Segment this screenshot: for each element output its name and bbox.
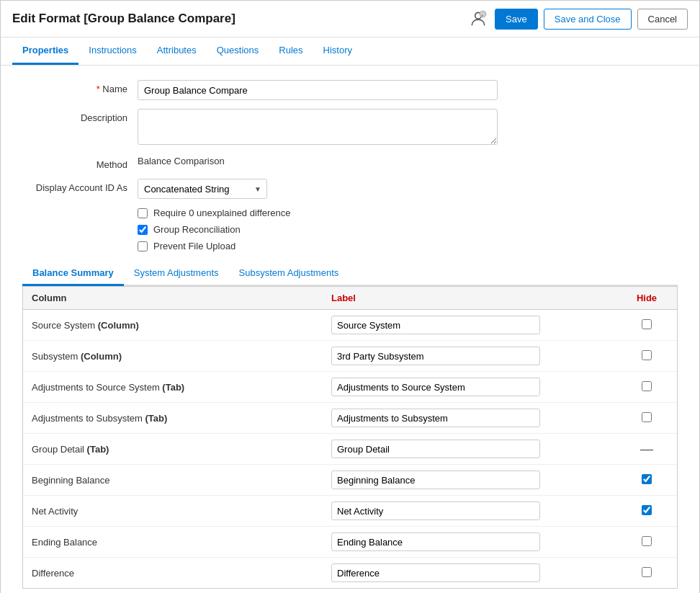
sub-tab-subsystem-adjustments[interactable]: Subsystem Adjustments: [229, 262, 349, 286]
row-label-field: [326, 501, 625, 520]
row-column-text: Subsystem (Column): [32, 351, 326, 362]
preventfile-checkbox[interactable]: [138, 241, 148, 251]
user-icon: +: [467, 8, 489, 30]
display-account-label: Display Account ID As: [22, 179, 138, 193]
hide-checkbox[interactable]: [642, 536, 652, 546]
row-label-field: [326, 471, 625, 489]
name-label: Name: [22, 80, 138, 94]
col-column-header: Column: [32, 293, 326, 303]
table-row: Group Detail (Tab) —: [23, 434, 677, 465]
table-row: Source System (Column): [23, 310, 677, 341]
row-label-field: [326, 409, 625, 427]
row-column-text: Net Activity: [32, 506, 326, 517]
preventfile-row: Prevent File Upload: [138, 241, 678, 251]
sub-tab-system-adjustments[interactable]: System Adjustments: [124, 262, 229, 286]
cancel-button[interactable]: Cancel: [637, 9, 688, 30]
tab-history[interactable]: History: [313, 37, 362, 65]
display-account-select-wrapper: Concatenated String Option 2 Option 3 ▼: [138, 179, 267, 199]
label-input[interactable]: [331, 409, 540, 427]
method-value: Balance Comparison: [138, 156, 678, 166]
row-hide-cell: [625, 412, 668, 424]
hide-checkbox[interactable]: [642, 412, 652, 422]
label-input[interactable]: [331, 347, 540, 365]
page: Edit Format [Group Balance Compare] + Sa…: [0, 0, 700, 593]
label-input[interactable]: [331, 532, 540, 551]
description-input[interactable]: [138, 109, 498, 145]
display-account-select[interactable]: Concatenated String Option 2 Option 3: [138, 179, 267, 199]
label-input[interactable]: [331, 471, 540, 489]
label-input[interactable]: [331, 501, 540, 520]
tab-rules[interactable]: Rules: [269, 37, 313, 65]
row-label-field: [326, 532, 625, 551]
row-column-text: Adjustments to Source System (Tab): [32, 382, 326, 393]
grouprec-label[interactable]: Group Reconciliation: [153, 224, 241, 235]
row-column-text: Source System (Column): [32, 320, 326, 331]
method-text: Balance Comparison: [138, 152, 225, 166]
save-button[interactable]: Save: [495, 9, 538, 30]
page-title: Edit Format [Group Balance Compare]: [12, 12, 235, 26]
table-row: Subsystem (Column): [23, 341, 677, 372]
row-label-field: [326, 563, 625, 582]
tab-attributes[interactable]: Attributes: [147, 37, 207, 65]
hide-checkbox[interactable]: [642, 381, 652, 391]
table-row: Ending Balance: [23, 527, 677, 558]
svg-text:+: +: [481, 13, 483, 17]
label-input[interactable]: [331, 378, 540, 396]
description-label: Description: [22, 109, 138, 123]
label-input[interactable]: [331, 563, 540, 582]
row-hide-cell: [625, 350, 668, 362]
tab-instructions[interactable]: Instructions: [78, 37, 146, 65]
row-hide-cell: [625, 567, 668, 579]
grouprec-row: Group Reconciliation: [138, 224, 678, 235]
hide-checkbox[interactable]: [642, 505, 652, 515]
row-label-field: [326, 378, 625, 396]
label-input[interactable]: [331, 440, 540, 458]
tab-questions[interactable]: Questions: [207, 37, 269, 65]
table-row: Net Activity: [23, 496, 677, 527]
tab-properties[interactable]: Properties: [12, 37, 78, 65]
row-hide-cell: [625, 319, 668, 331]
display-account-value: Concatenated String Option 2 Option 3 ▼: [138, 179, 678, 199]
table-row: Adjustments to Subsystem (Tab): [23, 403, 677, 434]
balance-table: Column Label Hide Source System (Column): [22, 286, 678, 589]
description-value: [138, 109, 678, 147]
row-label-field: [326, 316, 625, 334]
display-account-row: Display Account ID As Concatenated Strin…: [22, 179, 678, 199]
require0-checkbox[interactable]: [138, 208, 148, 218]
row-column-text: Adjustments to Subsystem (Tab): [32, 413, 326, 424]
hide-checkbox[interactable]: [642, 350, 652, 360]
method-row: Method Balance Comparison: [22, 156, 678, 170]
name-row: Name: [22, 80, 678, 100]
require0-label[interactable]: Require 0 unexplained difference: [153, 208, 291, 218]
table-header: Column Label Hide: [23, 287, 677, 310]
header: Edit Format [Group Balance Compare] + Sa…: [1, 1, 699, 37]
name-value: [138, 80, 678, 100]
main-tabs: Properties Instructions Attributes Quest…: [1, 37, 699, 66]
row-hide-cell: [625, 474, 668, 486]
table-body: Source System (Column) Subsystem (Column…: [23, 310, 677, 588]
hide-checkbox[interactable]: [642, 319, 652, 329]
save-and-close-button[interactable]: Save and Close: [544, 9, 632, 30]
require0-row: Require 0 unexplained difference: [138, 208, 678, 218]
row-column-text: Group Detail (Tab): [32, 444, 326, 455]
sub-tabs: Balance Summary System Adjustments Subsy…: [22, 262, 678, 286]
table-row: Difference: [23, 558, 677, 588]
row-hide-cell: [625, 536, 668, 548]
hide-checkbox[interactable]: [642, 567, 652, 577]
name-input[interactable]: [138, 80, 498, 100]
preventfile-label[interactable]: Prevent File Upload: [153, 241, 235, 251]
row-column-text: Ending Balance: [32, 537, 326, 548]
hide-checkbox[interactable]: [642, 474, 652, 484]
col-hide-header: Hide: [625, 293, 668, 303]
label-input[interactable]: [331, 316, 540, 334]
header-actions: + Save Save and Close Cancel: [467, 8, 688, 30]
grouprec-checkbox[interactable]: [138, 225, 148, 235]
row-column-text: Beginning Balance: [32, 475, 326, 486]
table-row: Adjustments to Source System (Tab): [23, 372, 677, 403]
description-row: Description: [22, 109, 678, 147]
row-hide-cell: [625, 381, 668, 393]
col-label-header: Label: [326, 293, 625, 303]
row-column-text: Difference: [32, 568, 326, 579]
properties-content: Name Description Method Balance Comparis…: [1, 66, 699, 593]
sub-tab-balance-summary[interactable]: Balance Summary: [22, 262, 124, 286]
